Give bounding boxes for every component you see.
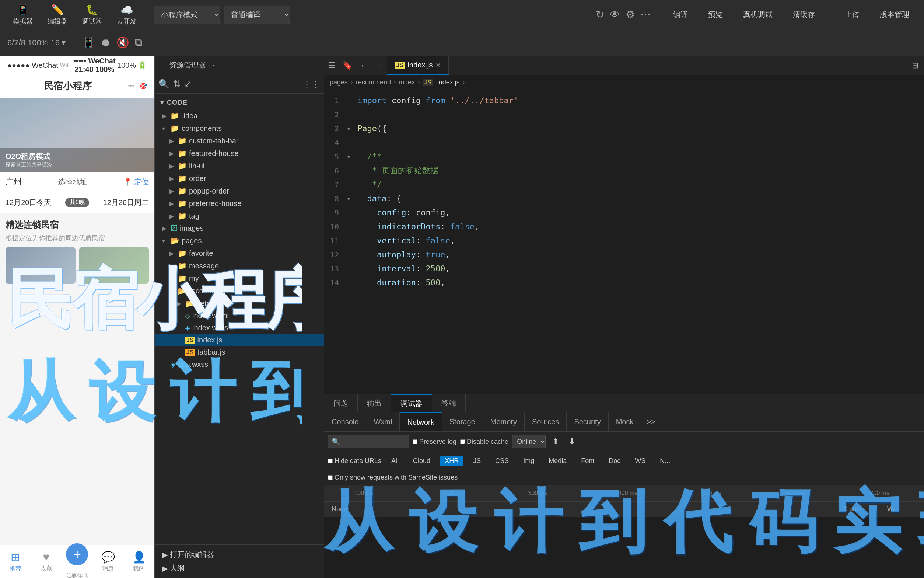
tree-idea[interactable]: ▶ 📁 .idea: [155, 109, 324, 122]
tree-message[interactable]: ▶ 📁 message: [155, 260, 324, 272]
filter-font[interactable]: Font: [576, 456, 599, 466]
tab-icon-forward[interactable]: →: [372, 61, 387, 70]
tree-images[interactable]: ▶ 🖼 images: [155, 222, 324, 234]
record-icon[interactable]: ⏺: [100, 36, 111, 49]
tab-icon-back[interactable]: ←: [356, 61, 372, 70]
compile-btn[interactable]: 编译: [666, 8, 695, 21]
download-filter-icon[interactable]: ⬇: [566, 436, 578, 448]
tree-popup-order[interactable]: ▶ 📁 popup-order: [155, 185, 324, 197]
tab-close-btn[interactable]: ✕: [435, 61, 441, 69]
tree-custom-tab-bar[interactable]: ▶ 📁 custom-tab-bar: [155, 135, 324, 147]
hide-data-urls-label[interactable]: Hide data URLs: [328, 457, 381, 465]
nav-message[interactable]: 💬 消息: [92, 551, 123, 573]
tab-icon-bookmark[interactable]: 🔖: [339, 61, 356, 70]
devtool-memory[interactable]: Memory: [483, 412, 524, 431]
breadcrumb-recommend[interactable]: recommend: [356, 78, 391, 86]
tree-components[interactable]: ▾ 📁 components: [155, 122, 324, 135]
nav-recommend[interactable]: ⊞ 推荐: [0, 551, 31, 573]
filter-xhr[interactable]: XHR: [440, 456, 463, 466]
network-search[interactable]: [328, 435, 409, 448]
throttle-select[interactable]: Online: [512, 435, 545, 448]
tree-my[interactable]: ▶ 📁 my: [155, 272, 324, 284]
sort-icon[interactable]: ⇅: [173, 79, 181, 89]
explorer-more-btn[interactable]: ···: [206, 58, 216, 72]
search-icon[interactable]: 🔍: [159, 79, 170, 89]
phone-gps[interactable]: 📍 定位: [123, 177, 149, 187]
col-status-header[interactable]: Status: [839, 505, 884, 513]
col-size-header[interactable]: Wa...: [884, 505, 920, 513]
tree-tag[interactable]: ▶ 📁 tag: [155, 210, 324, 222]
breadcrumb-pages[interactable]: pages: [330, 78, 348, 86]
preview-btn[interactable]: 预览: [701, 8, 730, 21]
same-site-checkbox[interactable]: [328, 475, 333, 480]
zoom-info[interactable]: 6/7/8 100% 16 ▾: [7, 38, 66, 47]
tab-index-js[interactable]: JS index.js ✕: [387, 56, 449, 75]
tree-order[interactable]: ▶ 📁 order: [155, 172, 324, 185]
filter-icon[interactable]: ⋮⋮: [303, 79, 320, 89]
nav-mine[interactable]: 👤 我的: [123, 551, 154, 573]
tab-tiaoshiqi[interactable]: 调试器: [391, 394, 432, 412]
upload-filter-icon[interactable]: ⬆: [549, 436, 562, 448]
devtool-network[interactable]: Network: [400, 412, 442, 431]
debugger-btn[interactable]: 🐛 调试器: [77, 2, 108, 28]
preserve-log-checkbox[interactable]: [413, 439, 417, 444]
disable-cache-label[interactable]: Disable cache: [460, 438, 508, 446]
cloud-btn[interactable]: ☁️ 云开发: [111, 2, 142, 28]
expand-icon[interactable]: ⤢: [184, 79, 192, 89]
tree-lin-ui[interactable]: ▶ 📁 lin-ui: [155, 160, 324, 172]
tree-recommend[interactable]: ▾ 📂 recommend: [155, 284, 324, 297]
tab-wenti[interactable]: 问题: [324, 394, 358, 412]
devtool-more[interactable]: >>: [641, 412, 660, 431]
col-name-header[interactable]: Name: [328, 505, 839, 513]
devtool-storage[interactable]: Storage: [442, 412, 483, 431]
audio-icon[interactable]: 🔇: [117, 36, 129, 49]
copy-icon[interactable]: ⧉: [135, 36, 142, 49]
tree-app-wxss[interactable]: ▶ ◈ app.wxss: [155, 358, 324, 370]
compile-dropdown[interactable]: 普通编译: [223, 5, 290, 24]
version-btn[interactable]: 版本管理: [872, 8, 917, 21]
tab-shuchu[interactable]: 输出: [358, 394, 391, 412]
phone-date-bar[interactable]: 12月20日今天 共5晚 12月26日周二: [0, 192, 154, 213]
tree-detail[interactable]: ▶ 📁 detail: [155, 297, 324, 310]
tree-preferred-house[interactable]: ▶ 📁 preferred-house: [155, 197, 324, 210]
refresh-icon[interactable]: ↻: [596, 8, 604, 21]
filter-doc[interactable]: Doc: [604, 456, 625, 466]
simulator-btn[interactable]: 📱 模拟器: [7, 2, 38, 28]
same-site-label[interactable]: Only show requests with SameSite issues: [328, 474, 458, 481]
tree-index-wxml[interactable]: ▶ ◇ index.wxml: [155, 310, 324, 322]
eye-icon[interactable]: 👁: [610, 8, 620, 21]
mode-dropdown[interactable]: 小程序模式: [154, 5, 220, 24]
clear-cache-btn[interactable]: 清缓存: [785, 8, 822, 21]
devtool-sources[interactable]: Sources: [524, 412, 566, 431]
code-content[interactable]: 1 import config from '../../tabbar' 2 3 …: [324, 90, 924, 394]
tree-pages[interactable]: ▾ 📂 pages: [155, 234, 324, 247]
tab-zhongduan[interactable]: 终端: [432, 394, 466, 412]
filter-img[interactable]: Img: [519, 456, 539, 466]
devtool-console[interactable]: Console: [324, 412, 366, 431]
outline-item[interactable]: ▶ 大纲: [159, 562, 320, 575]
tree-index-js[interactable]: ▶ JS index.js: [155, 334, 324, 346]
editor-btn[interactable]: ✏️ 编辑器: [42, 2, 73, 28]
open-editors-item[interactable]: ▶ 打开的编辑器: [159, 548, 320, 562]
devtool-wxml[interactable]: Wxml: [366, 412, 400, 431]
filter-all[interactable]: All: [387, 456, 403, 466]
code-section-arrow[interactable]: ▾: [160, 98, 164, 107]
list-icon[interactable]: ☰: [160, 61, 166, 69]
three-dots-icon[interactable]: •••: [128, 83, 134, 89]
tree-featured-house[interactable]: ▶ 📁 featured-house: [155, 147, 324, 160]
upload-btn[interactable]: 上传: [837, 8, 867, 21]
devtool-security[interactable]: Security: [566, 412, 608, 431]
tree-index-wxss[interactable]: ▶ ◈ index.wxss: [155, 322, 324, 334]
tab-icon-menu[interactable]: ☰: [324, 61, 339, 70]
phone-location-bar[interactable]: 广州 选择地址 📍 定位: [0, 172, 154, 192]
camera-icon[interactable]: 🎯: [140, 83, 147, 89]
hide-data-urls-checkbox[interactable]: [328, 459, 333, 463]
filter-cloud[interactable]: Cloud: [409, 456, 435, 466]
house-card-2[interactable]: [79, 247, 149, 284]
breadcrumb-index[interactable]: index: [399, 78, 415, 86]
filter-css[interactable]: CSS: [491, 456, 513, 466]
tree-favorite[interactable]: ▶ 📁 favorite: [155, 247, 324, 260]
more-icon[interactable]: ⋯: [640, 8, 651, 21]
filter-ws[interactable]: WS: [630, 456, 650, 466]
real-device-btn[interactable]: 真机调试: [736, 8, 780, 21]
